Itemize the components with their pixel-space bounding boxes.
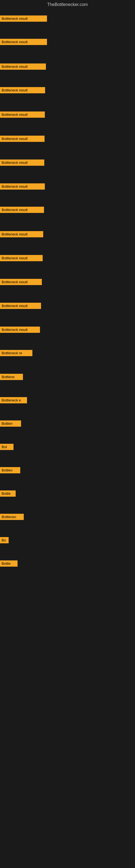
bottleneck-result-item[interactable]: Bottle — [0, 490, 16, 497]
bottleneck-result-item[interactable]: Bottleneck e — [0, 397, 27, 403]
bottleneck-result-item[interactable]: Bottleneck result — [0, 183, 45, 190]
bottleneck-result-item[interactable]: Bottlen — [0, 467, 20, 473]
bottleneck-result-item[interactable]: Bottleneck result — [0, 112, 45, 118]
bottleneck-result-item[interactable]: Bottlenec — [0, 514, 24, 520]
bottleneck-result-item[interactable]: Bottleneck result — [0, 39, 47, 45]
bottleneck-result-item[interactable]: Bottleneck result — [0, 279, 42, 285]
bottleneck-result-item[interactable]: Bottle — [0, 560, 17, 567]
bottleneck-result-item[interactable]: Bottleneck re — [0, 350, 32, 356]
bottleneck-result-item[interactable]: Bottleneck result — [0, 231, 43, 237]
bottleneck-result-item[interactable]: Bottleneck result — [0, 303, 41, 309]
bottleneck-result-item[interactable]: Bottlene — [0, 374, 23, 380]
bottleneck-result-item[interactable]: Bottleneck result — [0, 327, 40, 333]
bottleneck-result-item[interactable]: Bottleneck result — [0, 16, 47, 22]
bottleneck-result-item[interactable]: Bottlen — [0, 421, 21, 427]
bottleneck-result-item[interactable]: Bottleneck result — [0, 207, 44, 213]
bottleneck-result-item[interactable]: Bottleneck result — [0, 63, 46, 70]
bottleneck-result-item[interactable]: Bo — [0, 537, 9, 543]
site-title: TheBottlenecker.com — [0, 0, 135, 8]
bottleneck-result-item[interactable]: Bottleneck result — [0, 135, 45, 142]
bottleneck-result-item[interactable]: Bot — [0, 444, 13, 450]
bottleneck-result-item[interactable]: Bottleneck result — [0, 87, 45, 93]
bottleneck-result-item[interactable]: Bottleneck result — [0, 255, 43, 261]
bottleneck-result-item[interactable]: Bottleneck result — [0, 159, 44, 166]
